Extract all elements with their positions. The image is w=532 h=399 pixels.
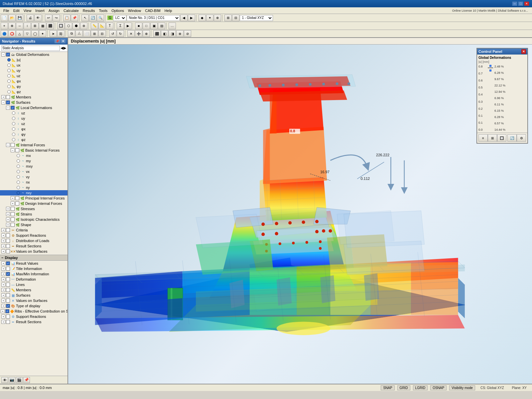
viewport-canvas[interactable]: 0.8 226.222 16.97 0.112 xyxy=(68,45,532,384)
tb3-ref[interactable]: ↺ xyxy=(109,30,116,37)
tb2-more[interactable]: … xyxy=(169,23,176,29)
check-title-info[interactable] xyxy=(6,267,10,271)
tb2-11[interactable]: ⊛ xyxy=(80,23,87,29)
check-basic-int[interactable] xyxy=(15,148,19,152)
tree-item-support-react[interactable]: + ⚙ Support Reactions xyxy=(0,233,67,238)
tb3-s3[interactable]: ⬜ xyxy=(83,30,90,37)
tb-print[interactable]: 🖨 xyxy=(27,15,34,21)
expand-type-display[interactable]: + xyxy=(1,304,5,308)
tree-item-isotropic[interactable]: + 🌿 Isotropic Characteristics xyxy=(0,217,67,222)
menu-view[interactable]: View xyxy=(22,8,34,13)
check-principal-int[interactable] xyxy=(15,196,19,200)
check-lines[interactable] xyxy=(6,283,10,287)
menu-insert[interactable]: Insert xyxy=(33,8,47,13)
tree-item-nxy[interactable]: ~ nxy xyxy=(0,190,67,196)
tb-axis[interactable]: ⊕ xyxy=(214,15,221,21)
check-type-display[interactable]: ✓ xyxy=(6,304,10,308)
check-ribs[interactable]: ✓ xyxy=(5,309,9,313)
tree-item-result-sect[interactable]: + ━ Result Sections xyxy=(0,243,67,249)
cp-btn-settings[interactable]: 🔲 xyxy=(497,134,506,142)
expand-int-forces[interactable]: − xyxy=(6,143,10,147)
close-button[interactable]: ✕ xyxy=(524,1,529,6)
status-lgrid[interactable]: LGRID xyxy=(413,385,428,390)
tree-item-phiy[interactable]: 📐 φy xyxy=(0,84,67,89)
check-int-forces[interactable] xyxy=(11,143,15,147)
tb3-ref2[interactable]: ↻ xyxy=(117,30,124,37)
expand-basic-int[interactable]: − xyxy=(11,148,15,152)
expand-maxmin-info[interactable]: + xyxy=(1,272,5,276)
expand-principal-int[interactable]: + xyxy=(11,196,15,200)
check-values-surf-disp[interactable] xyxy=(6,299,10,303)
tree-item-mxy[interactable]: ~ mxy xyxy=(0,164,67,169)
expand-deformation[interactable]: + xyxy=(1,277,5,281)
tb2-view4[interactable]: ▤ xyxy=(158,23,165,29)
expand-design-int[interactable]: + xyxy=(11,201,15,205)
nav-close-button[interactable]: ✕ xyxy=(61,39,66,43)
radio-mx[interactable] xyxy=(17,154,20,157)
tb3-y[interactable]: ➕ xyxy=(135,30,142,37)
menu-file[interactable]: File xyxy=(1,8,11,13)
tree-item-type-display[interactable]: + ✓ 🎨 Type of display xyxy=(0,303,67,309)
tree-item-ux[interactable]: 📐 ux xyxy=(0,63,67,68)
tb2-3[interactable]: ↔ xyxy=(16,23,23,29)
radio-uy[interactable] xyxy=(7,69,11,72)
bt-pin[interactable]: 📌 xyxy=(23,377,30,383)
tb2-dim[interactable]: 📐 xyxy=(98,23,106,29)
tb2-4[interactable]: ↕ xyxy=(24,23,31,29)
expand-result-sect[interactable]: + xyxy=(1,244,5,248)
tb-select[interactable]: ↖ xyxy=(81,15,89,21)
tree-item-phix[interactable]: 📐 φx xyxy=(0,78,67,84)
radio-ldef-phiy[interactable] xyxy=(12,133,15,136)
tb-preview[interactable]: 👁 xyxy=(34,15,42,21)
expand-global-def[interactable]: − xyxy=(1,53,5,57)
bt-video[interactable]: 🎬 xyxy=(16,377,23,383)
tree-item-basic-int[interactable]: − 🌿 Basic Internal Forces xyxy=(0,148,67,153)
tb2-view2[interactable]: □ xyxy=(143,23,150,29)
expand-surfaces-disp[interactable]: + xyxy=(1,293,5,297)
radio-nxy[interactable] xyxy=(17,191,20,195)
status-osnap[interactable]: OSNAP xyxy=(430,385,447,390)
radio-ldef-phiz[interactable] xyxy=(12,138,15,141)
minimize-button[interactable]: ─ xyxy=(512,1,517,6)
tree-item-strains[interactable]: + 🌿 Strains xyxy=(0,211,67,217)
check-support-react[interactable] xyxy=(6,233,10,237)
tb2-calc[interactable]: Σ xyxy=(117,23,124,29)
tree-item-members[interactable]: + 🌿 Members xyxy=(0,94,67,100)
check-deformation[interactable] xyxy=(6,277,10,281)
nav-search-prev[interactable]: ◀ xyxy=(61,46,63,50)
check-maxmin-info[interactable]: ✓ xyxy=(6,272,10,276)
menu-tools[interactable]: Tools xyxy=(97,8,109,13)
tb2-7[interactable]: ⬛ xyxy=(47,23,54,29)
tree-item-stresses[interactable]: + 🌿 Stresses xyxy=(0,206,67,211)
expand-values-surf-disp[interactable]: + xyxy=(1,299,5,303)
radio-ldef-phix[interactable] xyxy=(12,127,15,131)
tb3-1[interactable]: 🔵 xyxy=(1,30,8,37)
tb3-s1[interactable]: ⧉ xyxy=(68,30,75,37)
tree-item-u[interactable]: 📐 |u| xyxy=(0,57,67,63)
check-global-def[interactable]: ✓ xyxy=(6,53,10,57)
menu-assign[interactable]: Assign xyxy=(47,8,62,13)
check-design-int[interactable] xyxy=(15,201,19,205)
tb-undo[interactable]: ↩ xyxy=(45,15,52,21)
status-grid[interactable]: GRID xyxy=(397,385,410,390)
expand-display[interactable]: − xyxy=(1,256,3,260)
tree-item-ldef-uz[interactable]: ↕ uz xyxy=(0,110,67,116)
tree-item-ldef-phix[interactable]: ↕ φx xyxy=(0,126,67,132)
expand-isotropic[interactable]: + xyxy=(6,217,10,221)
tb2-view1[interactable]: ■ xyxy=(135,23,142,29)
tb2-measure[interactable]: 📏 xyxy=(91,23,98,29)
tree-item-ldef-uy[interactable]: ↕ uy xyxy=(0,116,67,121)
radio-phiy[interactable] xyxy=(7,85,11,88)
tb3-4[interactable]: ▽ xyxy=(24,30,31,37)
tree-item-ldef-phiy[interactable]: ↕ φy xyxy=(0,132,67,137)
tb3-more5[interactable]: ⊘ xyxy=(184,30,191,37)
check-criteria[interactable] xyxy=(6,228,10,232)
tb-zoom[interactable]: 🔍 xyxy=(97,15,104,21)
expand-support-react[interactable]: + xyxy=(1,233,5,237)
check-surfaces[interactable]: ✓ xyxy=(6,100,10,104)
tree-item-local-def[interactable]: − ✓ 🌿 Local Deformations xyxy=(0,105,67,110)
tb-rotate[interactable]: 🔄 xyxy=(89,15,96,21)
tree-item-deformation[interactable]: + 〰 Deformation xyxy=(0,277,67,282)
tb-save[interactable]: 💾 xyxy=(16,15,23,21)
cp-btn-table[interactable]: ⊞ xyxy=(488,134,497,142)
